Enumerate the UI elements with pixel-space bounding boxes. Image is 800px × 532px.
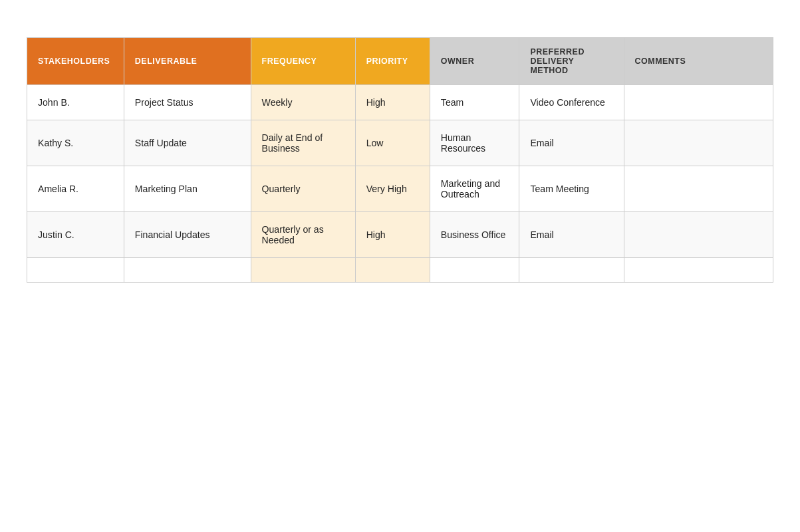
cell-r0-c0: John B. — [27, 85, 124, 120]
cell-r0-c6 — [624, 85, 773, 120]
cell-r1-c0: Kathy S. — [27, 120, 124, 166]
cell-r4-c0 — [27, 258, 124, 283]
cell-r3-c3: High — [355, 212, 430, 258]
cell-r3-c1: Financial Updates — [124, 212, 251, 258]
cell-r2-c0: Amelia R. — [27, 166, 124, 212]
cell-r0-c4: Team — [430, 85, 519, 120]
table-header-0: STAKEHOLDERS — [27, 38, 124, 85]
table-row: Kathy S.Staff UpdateDaily at End of Busi… — [27, 120, 773, 166]
table-header-3: PRIORITY — [355, 38, 430, 85]
cell-r1-c6 — [624, 120, 773, 166]
cell-r3-c0: Justin C. — [27, 212, 124, 258]
cell-r1-c3: Low — [355, 120, 430, 166]
communication-plan-table: STAKEHOLDERSDELIVERABLEFREQUENCYPRIORITY… — [27, 37, 773, 283]
cell-r3-c5: Email — [519, 212, 624, 258]
cell-r2-c1: Marketing Plan — [124, 166, 251, 212]
cell-r4-c2 — [251, 258, 355, 283]
cell-r0-c2: Weekly — [251, 85, 355, 120]
table-header-5: PREFERRED DELIVERY METHOD — [519, 38, 624, 85]
cell-r2-c6 — [624, 166, 773, 212]
cell-r3-c6 — [624, 212, 773, 258]
cell-r1-c1: Staff Update — [124, 120, 251, 166]
cell-r2-c3: Very High — [355, 166, 430, 212]
cell-r3-c2: Quarterly or as Needed — [251, 212, 355, 258]
cell-r4-c1 — [124, 258, 251, 283]
table-row: John B.Project StatusWeeklyHighTeamVideo… — [27, 85, 773, 120]
cell-r2-c2: Quarterly — [251, 166, 355, 212]
table-row: Amelia R.Marketing PlanQuarterlyVery Hig… — [27, 166, 773, 212]
table-header-1: DELIVERABLE — [124, 38, 251, 85]
table-header-2: FREQUENCY — [251, 38, 355, 85]
cell-r1-c5: Email — [519, 120, 624, 166]
cell-r1-c2: Daily at End of Business — [251, 120, 355, 166]
table-header-6: COMMENTS — [624, 38, 773, 85]
cell-r4-c4 — [430, 258, 519, 283]
cell-r1-c4: Human Resources — [430, 120, 519, 166]
cell-r3-c4: Business Office — [430, 212, 519, 258]
cell-r2-c5: Team Meeting — [519, 166, 624, 212]
cell-r0-c5: Video Conference — [519, 85, 624, 120]
cell-r2-c4: Marketing and Outreach — [430, 166, 519, 212]
table-header-4: OWNER — [430, 38, 519, 85]
cell-r0-c1: Project Status — [124, 85, 251, 120]
cell-r4-c6 — [624, 258, 773, 283]
cell-r4-c5 — [519, 258, 624, 283]
table-row — [27, 258, 773, 283]
table-row: Justin C.Financial UpdatesQuarterly or a… — [27, 212, 773, 258]
cell-r0-c3: High — [355, 85, 430, 120]
cell-r4-c3 — [355, 258, 430, 283]
